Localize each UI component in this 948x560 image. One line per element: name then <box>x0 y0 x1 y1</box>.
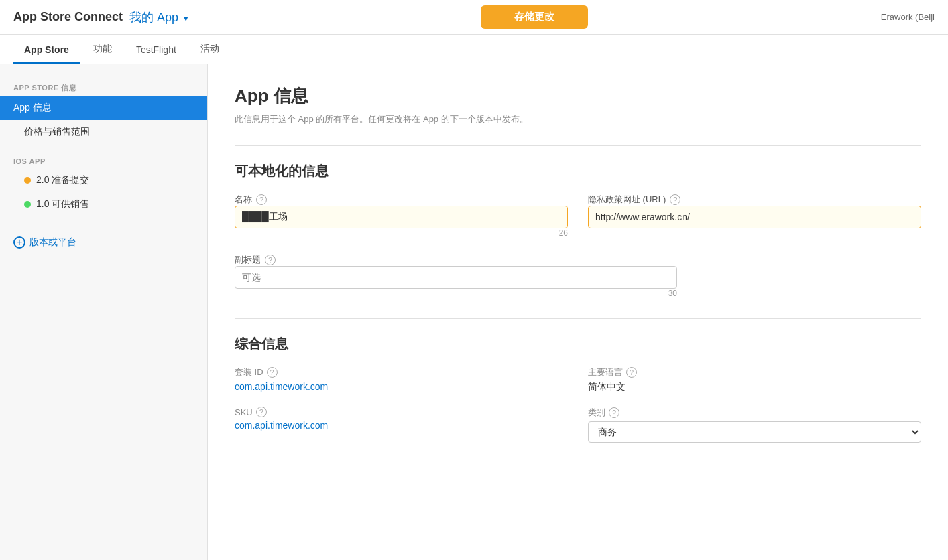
info-row-2: SKU ? com.api.timework.com 类别 ? 商务 <box>235 407 921 443</box>
bundle-id-group: 套装 ID ? com.api.timework.com <box>235 366 568 393</box>
sku-group: SKU ? com.api.timework.com <box>235 407 568 443</box>
subtitle-char-count: 30 <box>235 289 677 298</box>
subtitle-input[interactable] <box>235 266 677 289</box>
sku-help-icon[interactable]: ? <box>256 407 267 417</box>
content-area: App 信息 此信息用于这个 App 的所有平台。任何更改将在 App 的下一个… <box>208 64 948 560</box>
primary-language-label: 主要语言 ? <box>588 366 921 378</box>
name-field-group: 名称 ? 26 <box>235 194 568 238</box>
add-version-row[interactable]: + 版本或平台 <box>0 230 207 255</box>
save-button[interactable]: 存储更改 <box>481 5 588 29</box>
localizable-section-title: 可本地化的信息 <box>235 162 921 180</box>
name-help-icon[interactable]: ? <box>256 194 267 205</box>
page-subtitle: 此信息用于这个 App 的所有平台。任何更改将在 App 的下一个版本中发布。 <box>235 113 921 125</box>
chevron-down-icon: ▾ <box>184 13 188 23</box>
subtitle-field-group: 副标题 ? document.currentScript.previousEle… <box>235 254 677 298</box>
category-label: 类别 ? <box>588 407 921 419</box>
privacy-url-input[interactable] <box>588 206 921 228</box>
sidebar-section-app-store: APP STORE 信息 <box>0 78 207 96</box>
sidebar-section-ios: IOS APP <box>0 152 207 168</box>
localizable-form: 名称 ? 26 隐私政策网址 (URL) ? document.currentS… <box>235 194 921 238</box>
bundle-id-help-icon[interactable]: ? <box>267 367 278 378</box>
divider-2 <box>235 318 921 319</box>
tab-bar: App Store 功能 TestFlight 活动 <box>0 35 948 64</box>
app-store-connect-title: App Store Connect <box>13 10 123 24</box>
green-dot-icon <box>24 201 31 208</box>
yellow-dot-icon <box>24 177 31 184</box>
subtitle-help-icon[interactable]: ? <box>265 255 276 265</box>
primary-language-value: 简体中文 <box>588 381 921 393</box>
sidebar-item-price[interactable]: 价格与销售范围 <box>0 120 207 144</box>
info-row-1: 套装 ID ? com.api.timework.com 主要语言 ? 简体中文 <box>235 366 921 393</box>
sidebar-item-version-1[interactable]: 1.0 可供销售 <box>0 192 207 216</box>
divider-1 <box>235 145 921 146</box>
my-app-label: 我的 App <box>129 11 178 24</box>
category-select[interactable]: 商务 <box>588 421 921 443</box>
tab-activity[interactable]: 活动 <box>190 36 230 64</box>
primary-language-group: 主要语言 ? 简体中文 <box>588 366 921 393</box>
privacy-url-help-icon[interactable]: ? <box>670 194 680 205</box>
sidebar-item-version-2[interactable]: 2.0 准备提交 <box>0 168 207 192</box>
tab-features[interactable]: 功能 <box>82 36 123 64</box>
bundle-id-value: com.api.timework.com <box>235 381 568 392</box>
tab-app-store[interactable]: App Store <box>13 38 80 64</box>
name-input[interactable] <box>235 206 568 228</box>
header-left: App Store Connect 我的 App ▾ <box>13 9 188 25</box>
top-header: App Store Connect 我的 App ▾ 存储更改 Erawork … <box>0 0 948 35</box>
name-char-count: 26 <box>235 228 568 238</box>
sidebar-item-app-info[interactable]: App 信息 <box>0 96 207 120</box>
name-input-wrapper <box>235 206 568 228</box>
sku-label: SKU ? <box>235 407 568 417</box>
tab-testflight[interactable]: TestFlight <box>125 38 187 64</box>
sku-value: com.api.timework.com <box>235 420 568 431</box>
category-help-icon[interactable]: ? <box>609 407 619 418</box>
general-section-title: 综合信息 <box>235 335 921 353</box>
name-label: 名称 ? <box>235 194 568 206</box>
subtitle-label: 副标题 ? <box>235 254 677 266</box>
category-group: 类别 ? 商务 <box>588 407 921 443</box>
main-layout: APP STORE 信息 App 信息 价格与销售范围 IOS APP 2.0 … <box>0 64 948 560</box>
sidebar: APP STORE 信息 App 信息 价格与销售范围 IOS APP 2.0 … <box>0 64 208 560</box>
privacy-url-field-group: 隐私政策网址 (URL) ? document.currentScript.pr… <box>588 194 921 238</box>
my-app-link[interactable]: 我的 App ▾ <box>129 9 188 25</box>
page-title: App 信息 <box>235 84 921 108</box>
privacy-url-label: 隐私政策网址 (URL) ? <box>588 194 921 206</box>
primary-language-help-icon[interactable]: ? <box>626 367 637 378</box>
user-info: Erawork (Beiji <box>881 12 935 22</box>
plus-circle-icon: + <box>13 236 25 249</box>
bundle-id-label: 套装 ID ? <box>235 366 568 378</box>
